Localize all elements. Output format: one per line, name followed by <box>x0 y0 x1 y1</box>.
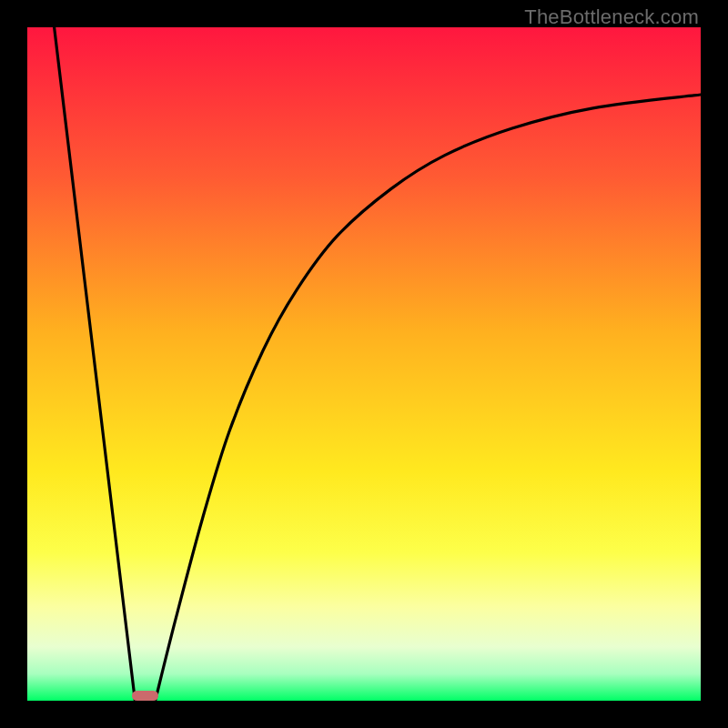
plot-area <box>27 27 701 701</box>
data-curve <box>27 27 701 701</box>
watermark-text: TheBottleneck.com <box>524 5 699 29</box>
chart-frame: TheBottleneck.com <box>0 0 728 728</box>
optimum-marker <box>132 691 157 701</box>
